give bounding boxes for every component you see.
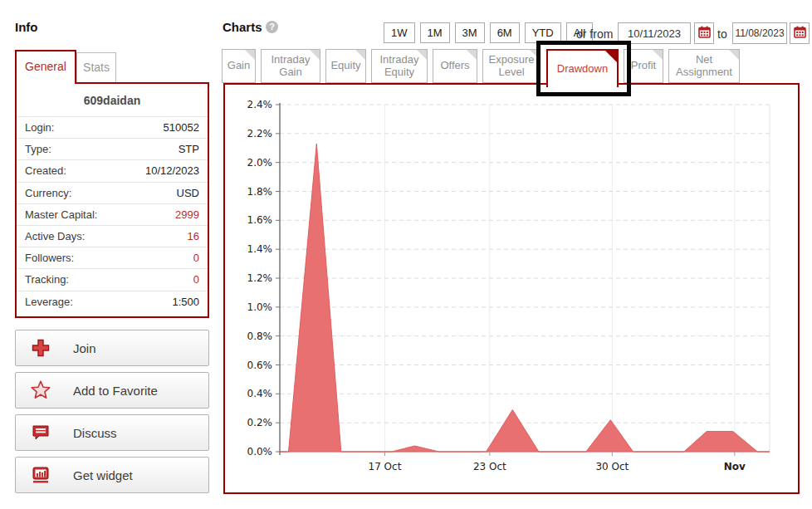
- row-value: 16: [188, 230, 199, 242]
- tab-general[interactable]: General: [15, 50, 76, 84]
- tab-fold-corner-icon: [355, 50, 365, 60]
- tab-fold-corner-icon: [530, 50, 540, 60]
- drawdown-area-series: [280, 144, 770, 452]
- get-widget-button[interactable]: Get widget: [15, 457, 209, 493]
- account-name: 609daidan: [17, 84, 208, 116]
- row-label: Followers:: [25, 252, 74, 264]
- row-value: 0: [193, 252, 199, 264]
- row-value: 0: [193, 273, 199, 286]
- tab-stats[interactable]: Stats: [76, 52, 116, 83]
- tab-label: Offers: [440, 60, 469, 72]
- info-row-currency: Currency: USD: [17, 182, 208, 203]
- discuss-button[interactable]: Discuss: [15, 414, 209, 451]
- tab-fold-corner-icon: [417, 50, 427, 60]
- info-row-created: Created: 10/12/2023: [17, 159, 208, 181]
- chart-tab-profit[interactable]: Profit: [624, 49, 663, 83]
- drawdown-area-chart: 2.4%2.2%2.0%1.8%1.6%1.4%1.2%1.0%0.8%0.6%…: [225, 85, 798, 492]
- calendar-icon: [698, 26, 711, 41]
- info-row-tracking: Tracking: 0: [17, 268, 208, 290]
- speech-bubble-icon: [30, 422, 51, 443]
- plus-icon: [30, 337, 51, 359]
- chart-tab-offers[interactable]: Offers: [433, 49, 477, 83]
- calendar-icon: [794, 26, 806, 41]
- tab-fold-corner-icon: [729, 50, 739, 60]
- chart-tab-gain[interactable]: Gain: [222, 49, 256, 83]
- row-value: 1:500: [172, 296, 199, 308]
- help-icon[interactable]: ?: [266, 21, 278, 33]
- tab-fold-corner-icon: [605, 51, 617, 62]
- join-button[interactable]: Join: [15, 330, 209, 366]
- row-label: Login:: [25, 121, 54, 134]
- svg-text:1.4%: 1.4%: [247, 243, 273, 255]
- period-button-row: 1W 1M 3M 6M YTD All: [384, 22, 593, 43]
- svg-text:2.0%: 2.0%: [247, 157, 273, 169]
- tab-fold-corner-icon: [653, 50, 663, 60]
- charts-heading: Charts: [223, 20, 262, 34]
- tab-label: Equity: [330, 60, 360, 72]
- tab-label: Gain: [227, 60, 250, 72]
- row-label: Created:: [25, 164, 66, 177]
- info-row-leverage: Leverage: 1:500: [17, 291, 208, 312]
- chart-tab-intraday-gain[interactable]: Intraday Gain: [261, 49, 320, 83]
- button-label: Get widget: [73, 468, 133, 482]
- svg-text:Nov: Nov: [724, 461, 746, 472]
- svg-text:0.0%: 0.0%: [247, 446, 273, 458]
- period-button-3m[interactable]: 3M: [455, 22, 485, 43]
- svg-text:2.4%: 2.4%: [247, 99, 273, 110]
- svg-text:1.6%: 1.6%: [247, 214, 273, 226]
- svg-text:1.0%: 1.0%: [247, 301, 273, 313]
- info-heading: Info: [15, 20, 38, 34]
- button-label: Add to Favorite: [73, 384, 158, 398]
- tab-fold-corner-icon: [245, 50, 255, 60]
- or-from-label: or from: [576, 27, 613, 41]
- date-to-input[interactable]: [732, 22, 787, 44]
- tab-fold-corner-icon: [310, 50, 320, 60]
- row-value: 2999: [175, 208, 199, 221]
- svg-text:0.6%: 0.6%: [247, 360, 273, 371]
- svg-text:2.2%: 2.2%: [247, 128, 273, 139]
- svg-text:0.4%: 0.4%: [247, 388, 273, 399]
- to-label: to: [717, 27, 727, 41]
- chart-tab-equity[interactable]: Equity: [325, 49, 366, 83]
- info-row-followers: Followers: 0: [17, 247, 208, 268]
- svg-text:1.2%: 1.2%: [247, 272, 273, 284]
- info-row-master-capital: Master Capital: 2999: [17, 203, 208, 225]
- row-label: Type:: [25, 143, 51, 155]
- drawdown-chart-panel: 2.4%2.2%2.0%1.8%1.6%1.4%1.2%1.0%0.8%0.6%…: [223, 83, 800, 494]
- tab-fold-corner-icon: [467, 50, 477, 60]
- row-label: Leverage:: [25, 296, 73, 308]
- period-button-6m[interactable]: 6M: [490, 22, 520, 43]
- period-button-1m[interactable]: 1M: [420, 22, 450, 43]
- row-value: 510052: [164, 121, 199, 134]
- chart-tab-intraday-equity[interactable]: Intraday Equity: [371, 49, 428, 83]
- chart-tab-exposure-level[interactable]: Exposure Level: [482, 49, 541, 83]
- row-label: Active Days:: [25, 230, 85, 242]
- row-label: Tracking:: [25, 273, 69, 286]
- tab-label: Drawdown: [557, 63, 608, 76]
- chart-tab-net-assignment[interactable]: Net Assignment: [668, 49, 740, 83]
- widget-chart-icon: [30, 464, 51, 486]
- info-row-type: Type: STP: [17, 138, 208, 159]
- row-value: USD: [177, 187, 199, 199]
- page: Info General Stats 609daidan Login: 5100…: [0, 0, 812, 509]
- row-label: Master Capital:: [25, 208, 97, 221]
- svg-text:23 Oct: 23 Oct: [473, 461, 506, 472]
- period-button-1w[interactable]: 1W: [384, 22, 415, 43]
- button-label: Join: [73, 341, 96, 355]
- svg-text:17 Oct: 17 Oct: [369, 461, 402, 472]
- calendar-to-button[interactable]: [790, 22, 810, 44]
- info-row-login: Login: 510052: [17, 116, 208, 138]
- calendar-from-button[interactable]: [694, 22, 714, 44]
- button-label: Discuss: [73, 426, 117, 440]
- add-to-favorite-button[interactable]: Add to Favorite: [15, 372, 209, 409]
- row-value: 10/12/2023: [145, 164, 199, 177]
- period-button-ytd[interactable]: YTD: [525, 22, 561, 43]
- star-icon: [30, 379, 51, 401]
- row-label: Currency:: [25, 187, 71, 199]
- tab-label: Profit: [631, 60, 656, 72]
- svg-text:0.8%: 0.8%: [247, 330, 273, 342]
- date-from-input[interactable]: [618, 22, 691, 44]
- svg-text:0.2%: 0.2%: [247, 417, 273, 428]
- chart-tab-drawdown[interactable]: Drawdown: [546, 49, 619, 87]
- svg-text:1.8%: 1.8%: [247, 186, 273, 198]
